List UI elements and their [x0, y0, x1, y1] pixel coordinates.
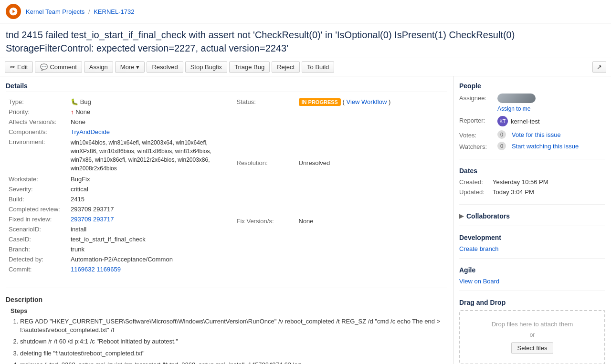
development-section: Development Create branch	[459, 234, 605, 259]
vote-link[interactable]: Vote for this issue	[512, 131, 561, 138]
status-label: Status:	[234, 97, 296, 158]
updated-value: Today 3:04 PM	[493, 188, 534, 196]
more-button[interactable]: More ▾	[115, 61, 145, 73]
watchers-value: 0 Start watching this issue	[497, 142, 579, 150]
environment-value: win10x64bios, win81x64efi, win2003x64, w…	[68, 137, 220, 174]
drop-text: Drop files here to attach them	[470, 321, 595, 328]
reporter-value: KT kernel-test	[497, 116, 605, 126]
reporter-name: kernel-test	[511, 118, 540, 125]
environment-label: Environment:	[6, 137, 68, 174]
reporter-avatar: KT	[497, 116, 508, 126]
fixed-in-review-label: Fixed in review:	[6, 214, 68, 224]
assignee-value: Assign to me	[497, 94, 605, 112]
workstate-value: BugFix	[68, 174, 220, 184]
collaborators-toggle[interactable]: ▶ Collaborators	[459, 212, 605, 220]
scenario-value: install	[68, 224, 220, 234]
view-workflow-link[interactable]: View Workflow	[347, 98, 387, 105]
create-branch-link[interactable]: Create branch	[459, 245, 605, 252]
fix-version-value: None	[296, 216, 448, 274]
share-icon: ↗	[597, 63, 602, 71]
commit-value: 1169632 1169659	[68, 264, 220, 274]
agile-section: Agile View on Board	[459, 266, 605, 291]
drag-drop-area[interactable]: Drop files here to attach them or Select…	[459, 310, 605, 364]
reporter-info: KT kernel-test	[497, 116, 605, 126]
scenario-row: ScenarioID: install	[6, 224, 220, 234]
comment-button[interactable]: 💬 Comment	[35, 61, 82, 73]
updated-label: Updated:	[459, 188, 493, 196]
people-section: People Assignee: Assign to me Reporter: …	[459, 82, 605, 159]
collaborators-title: Collaborators	[466, 212, 510, 220]
people-title: People	[459, 82, 605, 90]
status-row: Status: IN PROGRESS ( View Workflow )	[234, 97, 448, 158]
fix-version-label: Fix Version/s:	[234, 216, 296, 274]
completed-review-label: Completed review:	[6, 204, 68, 214]
app-logo	[6, 4, 21, 19]
assignee-row: Assignee: Assign to me	[459, 94, 605, 112]
breadcrumb-issue-link[interactable]: KERNEL-1732	[94, 8, 134, 15]
header: Kernel Team Projects / KERNEL-1732	[0, 0, 611, 23]
breadcrumb-project-link[interactable]: Kernel Team Projects	[26, 8, 84, 15]
build-row: Build: 2415	[6, 194, 220, 204]
triage-bug-button[interactable]: Triage Bug	[229, 61, 270, 73]
environment-row: Environment: win10x64bios, win81x64efi, …	[6, 137, 220, 174]
case-value: test_io_start_if_final_check	[68, 234, 220, 244]
list-item: deleting file "f:\autotest\reboot_comple…	[20, 349, 447, 358]
reporter-label: Reporter:	[459, 116, 497, 124]
assign-button[interactable]: Assign	[84, 61, 113, 73]
stop-bugfix-button[interactable]: Stop Bugfix	[185, 61, 228, 73]
watchers-count-badge: 0	[497, 142, 506, 150]
view-on-board-link[interactable]: View on Board	[459, 278, 605, 285]
avatar	[497, 94, 536, 103]
collaborators-section: ▶ Collaborators	[459, 212, 605, 226]
created-row: Created: Yesterday 10:56 PM	[459, 178, 605, 186]
edit-button[interactable]: ✏ Edit	[5, 61, 33, 73]
build-label: Build:	[6, 194, 68, 204]
select-files-button[interactable]: Select files	[511, 342, 554, 354]
status-badge: IN PROGRESS	[299, 98, 341, 106]
resolution-label: Resolution:	[234, 158, 296, 216]
build-value: 2415	[68, 194, 220, 204]
scenario-label: ScenarioID:	[6, 224, 68, 234]
details-section: Details Type: 🐛 Bug Priority: ↑	[6, 82, 447, 288]
share-button[interactable]: ↗	[592, 61, 606, 73]
bug-icon: 🐛	[71, 98, 78, 105]
resolved-button[interactable]: Resolved	[147, 61, 183, 73]
priority-value: ↑ None	[68, 107, 220, 117]
steps-title: Steps	[11, 307, 447, 314]
list-item: msiexec /i tnd_2368_setup.msi /quiet /qn…	[20, 361, 447, 364]
completed-review-row: Completed review: 293709 293717	[6, 204, 220, 214]
severity-value: critical	[68, 184, 220, 194]
commit-link1[interactable]: 1169632	[71, 266, 95, 273]
votes-row: Votes: 0 Vote for this issue	[459, 130, 605, 139]
assign-to-me-link[interactable]: Assign to me	[497, 105, 605, 112]
breadcrumb-separator: /	[88, 8, 90, 15]
toolbar: ✏ Edit 💬 Comment Assign More ▾ Resolved …	[0, 58, 611, 76]
reject-button[interactable]: Reject	[272, 61, 300, 73]
left-panel: Details Type: 🐛 Bug Priority: ↑	[0, 76, 453, 364]
fixed-in-review-row: Fixed in review: 293709 293717	[6, 214, 220, 224]
fix-version-row: Fix Version/s: None	[234, 216, 448, 274]
commit-label: Commit:	[6, 264, 68, 274]
watchers-row: Watchers: 0 Start watching this issue	[459, 142, 605, 150]
fixed-in-review-link2[interactable]: 293717	[93, 216, 114, 223]
watch-link[interactable]: Start watching this issue	[512, 143, 579, 150]
detected-row: Detected by: Automation-P2/Acceptance/Co…	[6, 254, 220, 264]
severity-row: Severity: critical	[6, 184, 220, 194]
resolution-row: Resolution: Unresolved	[234, 158, 448, 216]
commit-link2[interactable]: 1169659	[96, 266, 121, 273]
component-link[interactable]: TryAndDecide	[71, 128, 110, 135]
dates-title: Dates	[459, 167, 605, 175]
updated-row: Updated: Today 3:04 PM	[459, 188, 605, 196]
to-build-button[interactable]: To Build	[302, 61, 334, 73]
steps-list: REG ADD "HKEY_CURRENT_USER\Software\Micr…	[20, 317, 447, 364]
fixed-in-review-link1[interactable]: 293709	[71, 216, 91, 223]
workstate-label: Workstate:	[6, 174, 68, 184]
created-value: Yesterday 10:56 PM	[493, 178, 548, 186]
more-dropdown-icon: ▾	[136, 63, 139, 71]
resolution-value: Unresolved	[296, 158, 448, 216]
workstate-row: Workstate: BugFix	[6, 174, 220, 184]
votes-label: Votes:	[459, 131, 497, 139]
component-row: Component/s: TryAndDecide	[6, 127, 220, 137]
completed-review-value: 293709 293717	[68, 204, 220, 214]
branch-label: Branch:	[6, 244, 68, 254]
